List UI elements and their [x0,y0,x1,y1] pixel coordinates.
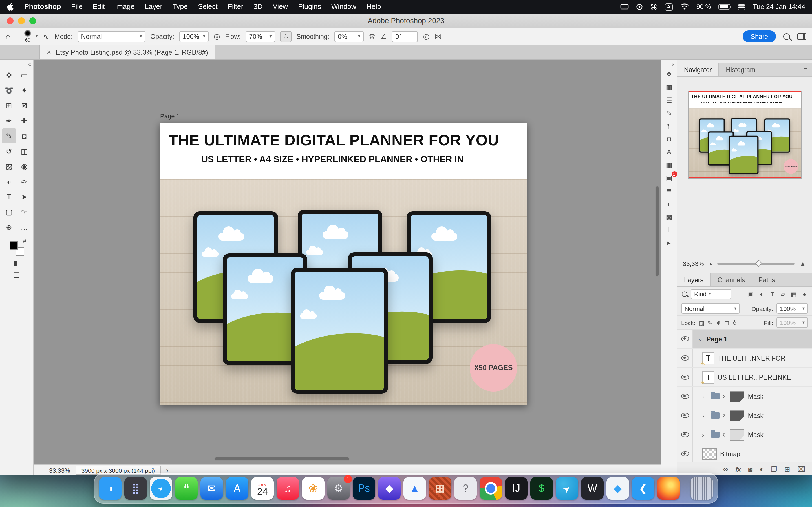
delete-layer-icon[interactable]: ⌧ [797,465,805,473]
visibility-toggle[interactable] [677,330,693,348]
dock-telegram[interactable]: ➤ [556,477,578,500]
layer-opacity-select[interactable]: 100% ▾ [776,303,808,314]
menu-help[interactable]: Help [361,3,386,11]
tool-clone-stamp[interactable]: ◘ [17,128,32,143]
layer-row[interactable]: ›∞Mask [677,406,812,425]
smoothing-select[interactable]: 0% ▾ [335,31,364,42]
panel-icon-learn[interactable]: ▣1 [663,171,675,184]
navigator-preview[interactable]: THE ULTIMATE DIGITAL PLANNER FOR YOU US … [688,91,801,178]
menu-type[interactable]: Type [167,3,193,11]
vertical-scrollbar[interactable] [655,186,659,277]
dock-photos[interactable]: ❀ [302,477,324,500]
filter-pixel-icon[interactable]: ▣ [747,290,755,297]
tool-brush[interactable]: ✎ [2,128,16,143]
dock-trash[interactable] [691,477,713,500]
expand-chevron-icon[interactable]: › [702,412,708,419]
layer-row[interactable]: T⚠US LETTER...PERLINKE [677,368,812,387]
tool-history-brush[interactable]: ↺ [2,144,16,158]
panel-icon-color[interactable]: ❖ [663,68,675,80]
dock-intellij[interactable]: IJ [505,477,527,500]
control-center-icon[interactable] [738,4,746,10]
collapse-toolbar-icon[interactable]: « [26,61,33,68]
panel-icon-brush-settings[interactable]: ✎ [663,107,675,119]
tool-blur[interactable]: ◉ [17,159,32,173]
visibility-toggle[interactable] [677,387,693,406]
expand-chevron-icon[interactable]: › [702,431,708,438]
search-icon[interactable] [783,33,790,40]
opacity-select[interactable]: 100% ▾ [179,31,209,42]
document-tab[interactable]: × Etsy Photo Listing.psd @ 33,3% (Page 1… [40,45,215,59]
tool-gradient[interactable]: ▨ [2,159,16,173]
layer-blend-mode-select[interactable]: Normal ▾ [681,303,740,314]
new-group-icon[interactable]: ❐ [771,465,777,473]
screen-mode-button[interactable]: ❐ [9,269,24,282]
flow-select[interactable]: 70% ▾ [246,31,275,42]
tool-type[interactable]: T [2,189,16,204]
dock-terminal-app[interactable]: $ [530,477,553,500]
panel-menu-icon[interactable]: ≡ [799,63,812,76]
dock-help-app[interactable]: ? [454,477,477,500]
fill-select[interactable]: 100% ▾ [776,317,808,328]
navigator-zoom-value[interactable]: 33,33% [683,260,704,267]
status-chevron-icon[interactable]: › [166,466,168,474]
tool-crop[interactable]: ⊞ [2,98,16,113]
menu-3d[interactable]: 3D [248,3,267,11]
brush-preset-picker[interactable]: 60 ▾ [21,30,38,43]
dock-gem-app[interactable]: ◆ [606,477,629,500]
visibility-toggle[interactable] [677,368,693,386]
tab-histogram[interactable]: Histogram [719,63,762,76]
panel-icon-paragraph[interactable]: ¶ [663,119,675,132]
layer-effects-icon[interactable]: fx [735,466,741,472]
menu-edit[interactable]: Edit [88,3,110,11]
lock-transparency-icon[interactable]: ▨ [699,319,704,326]
close-window-button[interactable] [7,17,13,24]
zoom-window-button[interactable] [29,17,36,24]
zoom-in-icon[interactable]: ▲ [799,260,806,268]
layer-row[interactable]: T⚠THE ULTI...NNER FOR [677,349,812,368]
wifi-icon[interactable] [680,3,689,10]
dock-textured-app[interactable]: ▦ [429,477,451,500]
new-adjustment-layer-icon[interactable]: ◐ [760,465,764,473]
canvas-area[interactable]: Page 1 THE ULTIMATE DIGITAL PLANNER FOR … [34,60,661,475]
command-key-icon[interactable]: ⌘ [650,3,658,11]
lock-position-icon[interactable]: ✥ [716,319,721,326]
tab-navigator[interactable]: Navigator [677,63,719,76]
layer-row[interactable]: ⌄Page 1 [677,330,812,349]
tool-eyedropper[interactable]: ✒ [2,113,16,128]
layer-row[interactable]: ›∞Mask [677,387,812,406]
expand-chevron-icon[interactable]: ⌄ [698,335,703,342]
foreground-color-swatch[interactable] [9,241,18,249]
airbrush-toggle-icon[interactable]: ∴ [280,31,292,42]
dock-launchpad[interactable]: ⣿ [124,477,147,500]
dock-system-settings[interactable]: ⚙1 [327,477,350,500]
dock-music[interactable]: ♫ [276,477,299,500]
zoom-out-icon[interactable]: ▲ [709,261,713,266]
zoom-level[interactable]: 33,33% [49,467,70,473]
menu-photoshop[interactable]: Photoshop [19,3,66,11]
close-tab-icon[interactable]: × [47,48,51,56]
panel-icon-properties[interactable]: ≣ [663,184,675,197]
brush-settings-toggle-icon[interactable]: ∿ [43,32,49,41]
dock-finder[interactable]: ◑ [99,477,121,500]
document-canvas[interactable]: THE ULTIMATE DIGITAL PLANNER FOR YOU US … [160,123,527,405]
menu-select[interactable]: Select [193,3,223,11]
tool-pen[interactable]: ✑ [17,174,32,189]
symmetry-icon[interactable]: ⋈ [435,32,442,41]
tool-edit-toolbar[interactable]: … [17,220,32,234]
dock-safari[interactable]: ➤ [150,477,172,500]
artboard-label[interactable]: Page 1 [160,113,180,119]
dock-messages[interactable]: ❝ [175,477,198,500]
panel-icon-libraries[interactable]: ▥ [663,80,675,94]
tool-frame[interactable]: ⊠ [17,98,32,113]
panel-icon-info[interactable]: i [663,223,675,236]
lock-pixels-icon[interactable]: ✎ [708,319,713,326]
menu-plugins[interactable]: Plugins [293,3,326,11]
dock-chrome[interactable] [479,477,502,500]
layer-row[interactable]: ›∞Mask [677,425,812,445]
tab-paths[interactable]: Paths [752,273,782,286]
tool-quick-selection[interactable]: ✦ [17,83,32,98]
dock-affinity-app[interactable]: ◆ [378,477,401,500]
visibility-toggle[interactable] [677,445,693,462]
color-swatches[interactable]: ⇄ [8,240,25,257]
menu-extra-circle-icon[interactable] [636,3,643,10]
